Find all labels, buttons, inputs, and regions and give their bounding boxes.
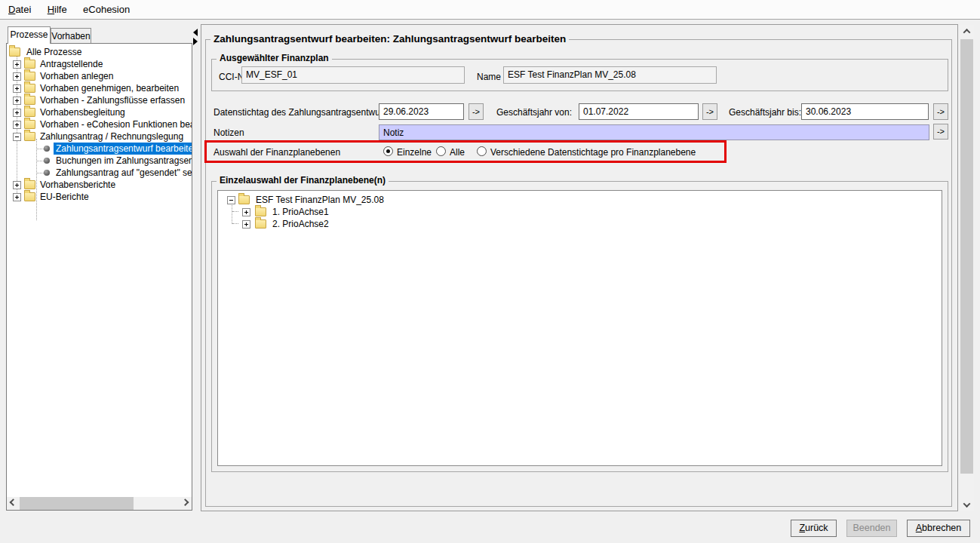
menu-bar: Datei Hilfe eCohesion — [0, 0, 980, 20]
tree-item-label[interactable]: 1. PrioAchse1 — [270, 206, 331, 218]
plus-icon[interactable] — [242, 208, 250, 216]
tree-item-label[interactable]: Vorhaben genehmigen, bearbeiten — [38, 82, 181, 94]
gj-von-picker-button[interactable]: -> — [702, 103, 717, 120]
scroll-up-button[interactable] — [960, 25, 974, 38]
chevron-up-icon — [963, 29, 971, 36]
radio-verschiedene[interactable] — [477, 146, 487, 156]
tree-item-label[interactable]: Vorhabensberichte — [38, 179, 118, 191]
tree-item-label[interactable]: Zahlungsantrag auf "gesendet" setzen — [54, 167, 192, 179]
tree-item-label[interactable]: EU-Berichte — [38, 191, 91, 203]
tree-item-label[interactable]: 2. PrioAchse2 — [270, 218, 331, 230]
gj-von-label: Geschäftsjahr von: — [496, 107, 572, 118]
vertical-scrollbar[interactable] — [960, 25, 974, 511]
folder-icon — [255, 219, 266, 229]
gj-von-input[interactable]: 01.07.2022 — [579, 103, 699, 120]
tree-row[interactable]: Zahlungsantrag auf "gesendet" setzen — [7, 167, 192, 179]
scrollbar-thumb[interactable] — [20, 497, 134, 510]
notizen-input[interactable]: Notiz — [379, 124, 929, 140]
stichtag-input[interactable]: 29.06.2023 — [379, 103, 464, 120]
plus-icon[interactable] — [13, 193, 21, 201]
minus-icon[interactable] — [13, 133, 21, 141]
gj-bis-input[interactable]: 30.06.2023 — [801, 103, 929, 120]
radio-einzelne-label[interactable]: Einzelne — [397, 147, 432, 158]
bullet-icon — [44, 146, 50, 152]
notizen-button[interactable]: -> — [933, 124, 948, 140]
menu-ecohesion[interactable]: eCohesion — [76, 0, 137, 18]
chevron-left-icon — [10, 499, 17, 506]
tree-row[interactable]: Vorhabensberichte — [7, 179, 192, 191]
tree-item-label[interactable]: Zahlungsantragsentwurf bearbeiten — [54, 143, 192, 155]
name-field[interactable]: ESF Test FinanzPlan MV_25.08 — [503, 66, 717, 84]
tree-row[interactable]: Vorhabensbegleitung — [7, 106, 192, 118]
plus-icon[interactable] — [13, 97, 21, 105]
folder-icon — [24, 96, 35, 105]
scroll-right-button[interactable] — [179, 497, 192, 510]
tree-item-label[interactable]: Vorhaben anlegen — [38, 70, 115, 82]
plus-icon[interactable] — [13, 109, 21, 117]
radio-alle-label[interactable]: Alle — [450, 147, 465, 158]
folder-icon — [24, 84, 35, 93]
radio-verschiedene-label[interactable]: Verschiedene Datenstichtage pro Finanzpl… — [490, 147, 696, 158]
plus-icon[interactable] — [13, 84, 21, 93]
radio-einzelne[interactable] — [383, 146, 393, 156]
tree-row[interactable]: EU-Berichte — [7, 191, 192, 203]
folder-icon — [24, 60, 35, 69]
beenden-button[interactable]: Beenden — [846, 520, 897, 537]
folder-icon — [238, 195, 250, 204]
minus-icon[interactable] — [227, 196, 235, 204]
tree-item-label[interactable]: Vorhabensbegleitung — [38, 106, 127, 118]
radio-alle[interactable] — [436, 146, 446, 156]
tree-row[interactable]: 2. PrioAchse2 — [218, 218, 414, 230]
horizontal-scrollbar[interactable] — [7, 497, 192, 510]
process-tree: Alle Prozesse Antragstellende Vorhaben a… — [6, 43, 192, 511]
tree-item-label[interactable]: Vorhaben - Zahlungsflüsse erfassen — [38, 94, 187, 106]
stichtag-label: Datenstichtag des Zahlungsantragsentwurf… — [214, 107, 390, 118]
tree-row[interactable]: Vorhaben - Zahlungsflüsse erfassen — [7, 94, 192, 106]
tree-item-label[interactable]: Antragstellende — [38, 58, 105, 70]
menu-datei[interactable]: Datei — [2, 0, 38, 18]
tree-item-label[interactable]: Alle Prozesse — [24, 46, 84, 58]
scrollbar-thumb[interactable] — [960, 39, 973, 474]
tab-vorhaben[interactable]: Vorhaben — [51, 28, 91, 44]
tree-item-label[interactable]: Vorhaben - eCohesion Funktionen bearbeit… — [38, 118, 192, 130]
notizen-label: Notizen — [214, 127, 244, 138]
tree-row[interactable]: Vorhaben - eCohesion Funktionen bearbeit… — [7, 118, 192, 130]
plus-icon[interactable] — [13, 72, 21, 81]
splitter-collapse-left-icon[interactable] — [193, 29, 198, 36]
tree-row[interactable]: Antragstellende — [7, 58, 192, 70]
folder-icon — [24, 132, 35, 141]
tab-prozesse[interactable]: Prozesse — [8, 26, 51, 44]
finanzplan-group-legend: Ausgewählter Finanzplan — [217, 53, 332, 63]
tree-row[interactable]: Buchungen im Zahlungsantragsentwurf — [7, 155, 192, 167]
tree-item-label[interactable]: Buchungen im Zahlungsantragsentwurf — [54, 155, 192, 167]
bullet-icon — [44, 158, 50, 164]
tree-item-label[interactable]: ESF Test FinanzPlan MV_25.08 — [253, 194, 386, 206]
stichtag-picker-button[interactable]: -> — [468, 103, 484, 120]
abbrechen-button[interactable]: Abbrechen — [907, 520, 970, 537]
folder-icon — [9, 48, 20, 57]
plus-icon[interactable] — [13, 181, 21, 189]
zurueck-button[interactable]: Zurück — [791, 520, 837, 537]
finanzplan-tree: ESF Test FinanzPlan MV_25.08 1. PrioAchs… — [217, 190, 942, 466]
scroll-left-button[interactable] — [7, 497, 20, 510]
gj-bis-label: Geschäftsjahr bis: — [729, 107, 801, 118]
folder-icon — [24, 192, 35, 201]
plus-icon[interactable] — [13, 60, 21, 69]
plus-icon[interactable] — [13, 121, 21, 129]
folder-icon — [24, 72, 35, 81]
tree-row-selected[interactable]: Zahlungsantragsentwurf bearbeiten — [7, 143, 192, 155]
tree-row[interactable]: Vorhaben genehmigen, bearbeiten — [7, 82, 192, 94]
gj-bis-picker-button[interactable]: -> — [933, 103, 948, 120]
scroll-down-button[interactable] — [960, 499, 974, 511]
tree-row[interactable]: ESF Test FinanzPlan MV_25.08 — [218, 194, 414, 206]
tree-row[interactable]: 1. PrioAchse1 — [218, 206, 414, 218]
tree-row[interactable]: Alle Prozesse — [7, 46, 192, 58]
plus-icon[interactable] — [242, 220, 250, 229]
tree-row[interactable]: Vorhaben anlegen — [7, 70, 192, 82]
bullet-icon — [44, 170, 50, 176]
tree-item-label[interactable]: Zahlungsantrag / Rechnungslegung — [38, 130, 186, 143]
tree-row[interactable]: Zahlungsantrag / Rechnungslegung — [7, 130, 192, 143]
menu-hilfe[interactable]: Hilfe — [41, 0, 74, 18]
splitter-expand-right-icon[interactable] — [193, 38, 198, 45]
cci-field[interactable]: MV_ESF_01 — [241, 66, 465, 84]
